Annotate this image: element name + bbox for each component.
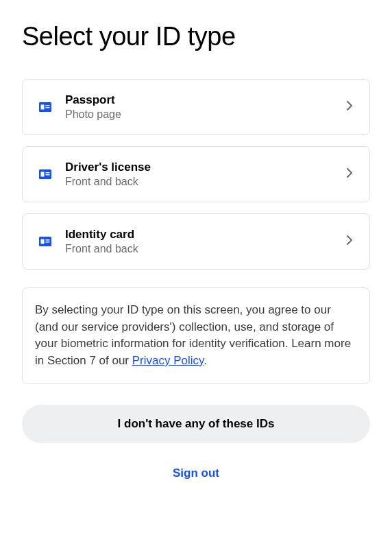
disclosure-text-after: . — [204, 354, 207, 367]
option-drivers-license[interactable]: Driver's license Front and back — [22, 146, 370, 202]
chevron-right-icon — [346, 235, 353, 248]
option-title: Passport — [65, 93, 346, 107]
sign-out-button[interactable]: Sign out — [22, 460, 370, 487]
option-passport[interactable]: Passport Photo page — [22, 79, 370, 135]
privacy-policy-link[interactable]: Privacy Policy — [132, 354, 204, 367]
option-title: Driver's license — [65, 161, 346, 174]
page-title: Select your ID type — [22, 22, 370, 51]
option-subtitle: Photo page — [65, 108, 346, 121]
id-card-icon — [39, 169, 51, 179]
svg-rect-7 — [46, 174, 50, 176]
svg-rect-3 — [46, 107, 50, 108]
option-subtitle: Front and back — [65, 243, 346, 255]
option-title: Identity card — [65, 228, 346, 241]
option-identity-card[interactable]: Identity card Front and back — [22, 213, 370, 270]
option-subtitle: Front and back — [65, 176, 346, 188]
svg-rect-9 — [41, 239, 45, 244]
option-text: Identity card Front and back — [65, 228, 346, 255]
disclosure-box: By selecting your ID type on this screen… — [22, 287, 370, 384]
id-card-icon — [39, 102, 51, 112]
svg-rect-5 — [41, 172, 45, 177]
svg-rect-2 — [46, 105, 50, 106]
svg-rect-1 — [41, 105, 45, 110]
chevron-right-icon — [346, 167, 353, 181]
svg-rect-11 — [46, 241, 50, 243]
id-card-icon — [39, 237, 51, 246]
chevron-right-icon — [346, 100, 353, 114]
option-text: Passport Photo page — [65, 93, 346, 121]
svg-rect-6 — [46, 172, 50, 174]
disclosure-text: By selecting your ID type on this screen… — [35, 302, 357, 370]
svg-rect-10 — [46, 239, 50, 241]
no-id-button[interactable]: I don't have any of these IDs — [22, 405, 370, 443]
option-text: Driver's license Front and back — [65, 161, 346, 188]
